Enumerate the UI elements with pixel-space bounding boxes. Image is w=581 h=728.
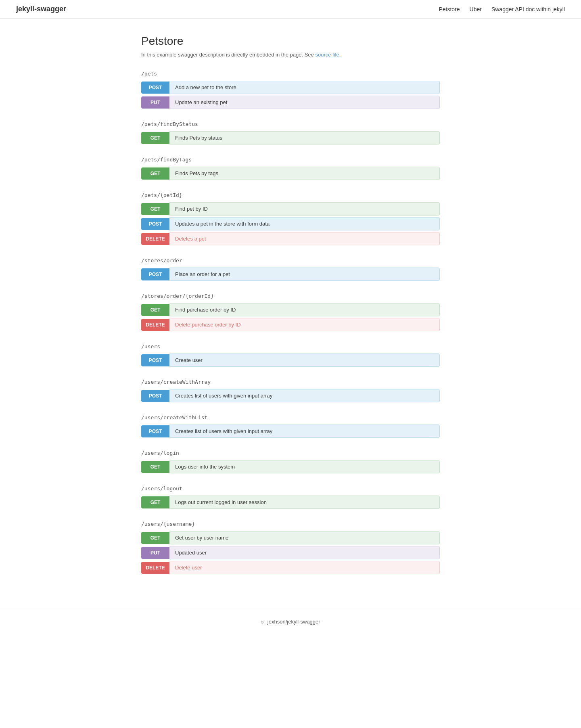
api-section-10: /users/logoutGETLogs out current logged …	[141, 485, 440, 509]
endpoint-description: Add a new pet to the store	[169, 81, 440, 94]
endpoint-row-3-0[interactable]: GETFind pet by ID	[141, 202, 440, 215]
endpoint-description: Find pet by ID	[169, 202, 440, 215]
endpoint-description: Create user	[169, 354, 440, 367]
github-icon: ○	[261, 619, 264, 625]
method-badge-post: POST	[141, 268, 169, 280]
api-section-0: /petsPOSTAdd a new pet to the storePUTUp…	[141, 70, 440, 109]
endpoint-description: Creates list of users with given input a…	[169, 425, 440, 438]
method-badge-delete: DELETE	[141, 319, 169, 331]
endpoint-description: Updated user	[169, 546, 440, 559]
method-badge-get: GET	[141, 167, 169, 180]
section-path-1: /pets/findByStatus	[141, 120, 440, 128]
navbar: jekyll-swagger PetstoreUberSwagger API d…	[0, 0, 581, 19]
endpoint-row-8-0[interactable]: POSTCreates list of users with given inp…	[141, 425, 440, 438]
endpoint-row-7-0[interactable]: POSTCreates list of users with given inp…	[141, 389, 440, 402]
section-path-2: /pets/findByTags	[141, 156, 440, 163]
endpoint-description: Logs out current logged in user session	[169, 496, 440, 509]
api-section-6: /usersPOSTCreate user	[141, 343, 440, 367]
section-path-5: /stores/order/{orderId}	[141, 292, 440, 300]
endpoint-description: Finds Pets by status	[169, 131, 440, 144]
api-sections: /petsPOSTAdd a new pet to the storePUTUp…	[141, 70, 440, 574]
api-section-1: /pets/findByStatusGETFinds Pets by statu…	[141, 120, 440, 144]
method-badge-put: PUT	[141, 96, 169, 109]
endpoint-description: Logs user into the system	[169, 460, 440, 473]
endpoint-description: Updates a pet in the store with form dat…	[169, 217, 440, 230]
endpoint-description: Creates list of users with given input a…	[169, 389, 440, 402]
method-badge-get: GET	[141, 496, 169, 508]
api-section-11: /users/{username}GETGet user by user nam…	[141, 520, 440, 574]
endpoint-row-5-0[interactable]: GETFind purchase order by ID	[141, 303, 440, 316]
endpoint-row-11-2[interactable]: DELETEDelete user	[141, 561, 440, 574]
endpoint-row-5-1[interactable]: DELETEDelete purchase order by ID	[141, 318, 440, 331]
section-path-8: /users/createWithList	[141, 414, 440, 421]
api-section-7: /users/createWithArrayPOSTCreates list o…	[141, 378, 440, 402]
endpoint-row-11-0[interactable]: GETGet user by user name	[141, 531, 440, 544]
footer: ○ jexhson/jekyll-swagger	[0, 610, 581, 633]
endpoint-row-4-0[interactable]: POSTPlace an order for a pet	[141, 268, 440, 281]
method-badge-put: PUT	[141, 547, 169, 559]
api-section-5: /stores/order/{orderId}GETFind purchase …	[141, 292, 440, 331]
method-badge-get: GET	[141, 461, 169, 473]
endpoint-row-2-0[interactable]: GETFinds Pets by tags	[141, 167, 440, 180]
method-badge-get: GET	[141, 532, 169, 544]
method-badge-post: POST	[141, 218, 169, 230]
api-section-4: /stores/orderPOSTPlace an order for a pe…	[141, 257, 440, 281]
method-badge-post: POST	[141, 425, 169, 437]
endpoint-description: Finds Pets by tags	[169, 167, 440, 180]
nav-link-uber[interactable]: Uber	[470, 6, 482, 13]
endpoint-description: Get user by user name	[169, 531, 440, 544]
api-section-9: /users/loginGETLogs user into the system	[141, 449, 440, 473]
method-badge-post: POST	[141, 390, 169, 402]
method-badge-get: GET	[141, 203, 169, 215]
method-badge-post: POST	[141, 354, 169, 366]
endpoint-row-6-0[interactable]: POSTCreate user	[141, 354, 440, 367]
endpoint-row-0-1[interactable]: PUTUpdate an existing pet	[141, 96, 440, 109]
endpoint-description: Update an existing pet	[169, 96, 440, 109]
endpoint-description: Place an order for a pet	[169, 268, 440, 281]
page-description: In this example swagger description is d…	[141, 52, 440, 58]
endpoint-description: Delete purchase order by ID	[169, 318, 440, 331]
nav-link-swagger-api-doc[interactable]: Swagger API doc within jekyll	[491, 6, 565, 13]
endpoint-row-1-0[interactable]: GETFinds Pets by status	[141, 131, 440, 144]
method-badge-post: POST	[141, 82, 169, 94]
endpoint-row-9-0[interactable]: GETLogs user into the system	[141, 460, 440, 473]
endpoint-row-0-0[interactable]: POSTAdd a new pet to the store	[141, 81, 440, 94]
method-badge-get: GET	[141, 304, 169, 316]
main-content: Petstore In this example swagger descrip…	[133, 19, 448, 610]
endpoint-row-11-1[interactable]: PUTUpdated user	[141, 546, 440, 559]
endpoint-description: Delete user	[169, 561, 440, 574]
footer-github-link[interactable]: ○ jexhson/jekyll-swagger	[261, 619, 320, 625]
api-section-3: /pets/{petId}GETFind pet by IDPOSTUpdate…	[141, 191, 440, 245]
section-path-9: /users/login	[141, 449, 440, 457]
section-path-3: /pets/{petId}	[141, 191, 440, 199]
section-path-7: /users/createWithArray	[141, 378, 440, 386]
endpoint-row-3-2[interactable]: DELETEDeletes a pet	[141, 232, 440, 245]
section-path-11: /users/{username}	[141, 520, 440, 528]
endpoint-row-3-1[interactable]: POSTUpdates a pet in the store with form…	[141, 217, 440, 230]
section-path-6: /users	[141, 343, 440, 350]
method-badge-delete: DELETE	[141, 562, 169, 574]
nav-brand: jekyll-swagger	[16, 5, 66, 13]
method-badge-delete: DELETE	[141, 233, 169, 245]
page-title: Petstore	[141, 35, 440, 48]
section-path-0: /pets	[141, 70, 440, 77]
method-badge-get: GET	[141, 132, 169, 144]
api-section-2: /pets/findByTagsGETFinds Pets by tags	[141, 156, 440, 180]
section-path-4: /stores/order	[141, 257, 440, 264]
endpoint-description: Find purchase order by ID	[169, 303, 440, 316]
section-path-10: /users/logout	[141, 485, 440, 492]
nav-links: PetstoreUberSwagger API doc within jekyl…	[439, 6, 565, 13]
endpoint-description: Deletes a pet	[169, 232, 440, 245]
nav-link-petstore[interactable]: Petstore	[439, 6, 460, 13]
source-file-link[interactable]: source file	[315, 52, 339, 58]
endpoint-row-10-0[interactable]: GETLogs out current logged in user sessi…	[141, 496, 440, 509]
api-section-8: /users/createWithListPOSTCreates list of…	[141, 414, 440, 438]
